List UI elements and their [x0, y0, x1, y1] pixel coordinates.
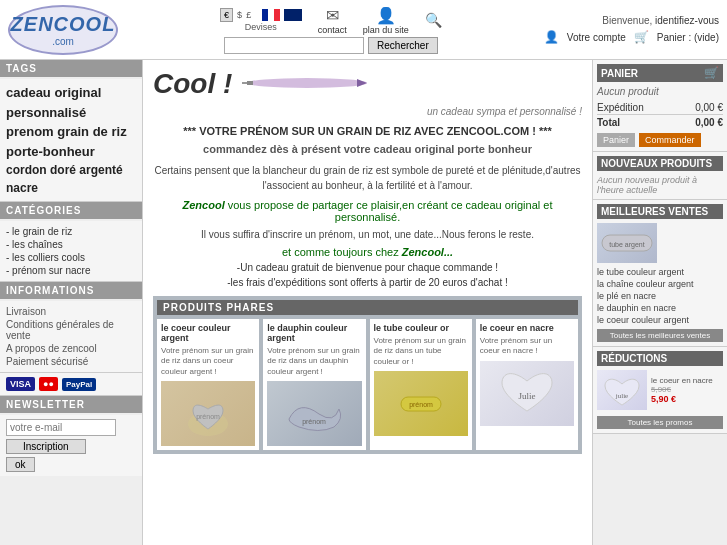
nouveaux-empty: Aucun nouveau produit à l'heure actuelle: [597, 175, 723, 195]
sep: $: [237, 10, 242, 20]
meilleures-img: tube argent: [597, 223, 657, 263]
categories-section: - le grain de riz - les chaînes - les co…: [0, 221, 142, 282]
infos-section: Livraison Conditions générales de vente …: [0, 301, 142, 373]
panier-link[interactable]: Panier : (vide): [657, 32, 719, 43]
reduction-new-price: 5,90 €: [651, 394, 713, 404]
newsletter-input[interactable]: [6, 419, 116, 436]
produit-coeur-argent-title: le coeur couleur argent: [161, 323, 255, 343]
info-cgv[interactable]: Conditions générales de vente: [6, 318, 136, 342]
produit-coeur-argent-desc: Votre prénom sur un grain de riz dans un…: [161, 346, 255, 377]
search-button[interactable]: Rechercher: [368, 37, 438, 54]
svg-text:Julie: Julie: [518, 391, 535, 401]
content-green: Zencool vous propose de partager ce plai…: [153, 199, 582, 223]
tag-personnalise[interactable]: personnalisé: [6, 103, 136, 123]
cart-icon: 🛒: [634, 30, 649, 44]
devises-label: Devises: [245, 22, 277, 32]
panier-empty-text: Aucun produit: [597, 86, 723, 97]
identifiez-link[interactable]: identifiez-vous: [655, 15, 719, 26]
produit-dauphin-argent[interactable]: le dauphin couleur argent Votre prénom s…: [263, 319, 365, 450]
expedition-value: 0,00 €: [695, 102, 723, 113]
mb-item-1[interactable]: le tube couleur argent: [597, 266, 723, 278]
logo-main: ZENCOOL: [11, 13, 116, 36]
search-input[interactable]: [224, 37, 364, 54]
body2-text: vous propose de partager ce plaisir,en c…: [228, 199, 553, 223]
meilleures-title: MEILLEURES VENTES: [597, 204, 723, 219]
info-paiement[interactable]: Paiement sécurisé: [6, 355, 136, 368]
cat-chaines-link[interactable]: - les chaînes: [6, 239, 63, 250]
info-apropos[interactable]: A propos de zencool: [6, 342, 136, 355]
mastercard-badge: ●●: [39, 377, 58, 391]
produit-coeur-argent[interactable]: le coeur couleur argent Votre prénom sur…: [157, 319, 259, 450]
compte-link[interactable]: Votre compte: [567, 32, 626, 43]
flag-gb: [284, 9, 302, 21]
tags-section: cadeau original personnalisé prenom grai…: [0, 79, 142, 202]
pen-icon: [242, 73, 372, 93]
compte-icon: 👤: [544, 30, 559, 44]
tag-cadeau-original[interactable]: cadeau original: [6, 83, 136, 103]
cool-header: Cool !: [153, 68, 582, 100]
panier-title: PANIER 🛒: [597, 64, 723, 82]
cat-nacre-link[interactable]: - prénom sur nacre: [6, 265, 90, 276]
svg-text:prénom: prénom: [196, 413, 220, 421]
ok-button[interactable]: ok: [6, 457, 35, 472]
reductions-section: RÉDUCTIONS julie le coeur en nacre 5,90€…: [593, 347, 727, 434]
nouveaux-section: NOUVEAUX PRODUITS Aucun nouveau produit …: [593, 152, 727, 200]
pen-image: [242, 73, 372, 95]
cart-icon-right: 🛒: [704, 66, 719, 80]
mb-item-3[interactable]: le plé en nacre: [597, 290, 723, 302]
panier-title-text: PANIER: [601, 68, 638, 79]
search-icon: 🔍: [425, 12, 442, 28]
logo-sub: .com: [52, 36, 74, 47]
flag-fr: [262, 9, 280, 21]
svg-point-0: [247, 78, 367, 88]
produit-tube-or[interactable]: le tube couleur or Votre prénom sur un g…: [370, 319, 472, 450]
produits-grid: le coeur couleur argent Votre prénom sur…: [157, 319, 578, 450]
newsletter-title: NEWSLETTER: [0, 396, 142, 413]
cool-title: Cool !: [153, 68, 232, 100]
tag-porte-bonheur[interactable]: porte-bonheur: [6, 142, 136, 162]
header: ZENCOOL .com € $ £ Devises ✉ contact: [0, 0, 727, 60]
tag-prenom[interactable]: prenom grain de riz: [6, 122, 136, 142]
newsletter-section: Inscription ok: [0, 415, 142, 476]
body4-prefix: et comme toujours chez: [282, 246, 402, 258]
plan-link[interactable]: plan du site: [363, 25, 409, 35]
reduction-item: julie le coeur en nacre 5,90€ 5,90 €: [597, 370, 723, 410]
devises-row: € $ £: [220, 8, 302, 22]
panier-buttons: Panier Commander: [597, 133, 723, 147]
meilleures-all-button[interactable]: Toutes les meilleures ventes: [597, 329, 723, 342]
paypal-badge: PayPal: [62, 378, 96, 391]
content-heading: *** VOTRE PRÉNOM SUR UN GRAIN DE RIZ AVE…: [153, 125, 582, 137]
panier-section: PANIER 🛒 Aucun produit Expédition 0,00 €…: [593, 60, 727, 152]
produit-dauphin-img: prénom: [267, 381, 361, 446]
info-livraison[interactable]: Livraison: [6, 305, 136, 318]
mb-item-4[interactable]: le dauphin en nacre: [597, 302, 723, 314]
cat-colliers: - les colliers cools: [6, 251, 136, 264]
produit-coeur-nacre[interactable]: le coeur en nacre Votre prénom sur un co…: [476, 319, 578, 450]
promos-button[interactable]: Toutes les promos: [597, 416, 723, 429]
meilleures-title-text: MEILLEURES VENTES: [601, 206, 708, 217]
total-label: Total: [597, 117, 620, 128]
cat-colliers-link[interactable]: - les colliers cools: [6, 252, 85, 263]
zencool-green2: Zencool...: [402, 246, 453, 258]
sep2: £: [246, 10, 251, 20]
devises-section: € $ £ Devises: [220, 8, 302, 32]
logo[interactable]: ZENCOOL .com: [8, 5, 118, 55]
contact-link[interactable]: contact: [318, 25, 347, 35]
produit-tube-title: le tube couleur or: [374, 323, 468, 333]
mb-item-5[interactable]: le coeur couleur argent: [597, 314, 723, 326]
panier-button[interactable]: Panier: [597, 133, 635, 147]
bienvenue: Bienvenue, identifiez-vous: [544, 15, 719, 26]
mb-item-2[interactable]: la chaîne couleur argent: [597, 278, 723, 290]
visa-badge: VISA: [6, 377, 35, 391]
tag-cordon[interactable]: cordon doré argenté nacre: [6, 161, 136, 197]
expedition-label: Expédition: [597, 102, 644, 113]
reduction-old-price: 5,90€: [651, 385, 713, 394]
inscription-button[interactable]: Inscription: [6, 439, 86, 454]
euro-btn[interactable]: €: [220, 8, 233, 22]
commander-button[interactable]: Commander: [639, 133, 701, 147]
cat-grain: - le grain de riz: [6, 225, 136, 238]
content-body3: Il vous suffira d'inscrire un prénom, un…: [153, 229, 582, 240]
svg-text:julie: julie: [615, 392, 628, 400]
cat-grain-link[interactable]: - le grain de riz: [6, 226, 72, 237]
compte-panier: 👤 Votre compte 🛒 Panier : (vide): [544, 30, 719, 44]
